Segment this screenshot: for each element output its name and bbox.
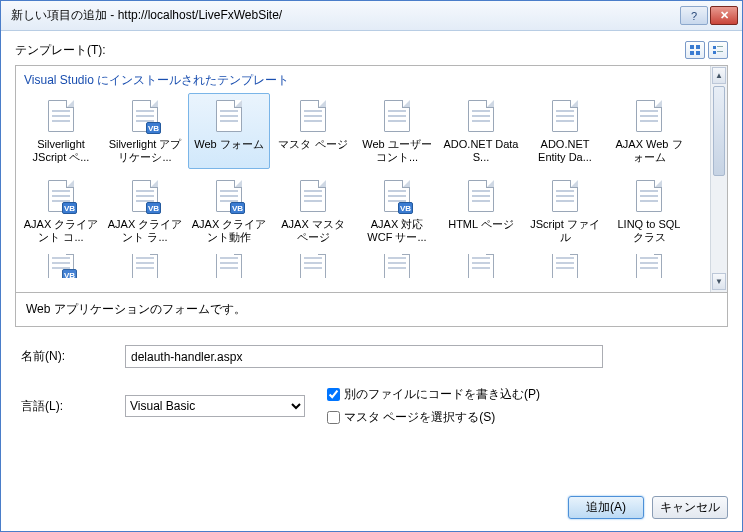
separate-file-checkbox[interactable]	[327, 388, 340, 401]
cancel-button[interactable]: キャンセル	[652, 496, 728, 519]
window-title: 新しい項目の追加 - http://localhost/LiveFxWebSit…	[11, 7, 282, 24]
template-item[interactable]: AJAX マスタ ページ	[272, 173, 354, 249]
svg-rect-7	[717, 51, 723, 52]
template-item[interactable]: Web サービ...	[272, 253, 354, 279]
template-item[interactable]: AJAX Web フォーム	[608, 93, 690, 169]
template-file-icon	[381, 98, 413, 134]
template-file-icon	[549, 253, 581, 279]
template-item-label: AJAX クライアント動作	[191, 218, 267, 244]
template-item-label: マスタ ページ	[275, 138, 351, 151]
template-item-label: AJAX Web フォーム	[611, 138, 687, 164]
view-small-icons-button[interactable]	[708, 41, 728, 59]
scroll-up-button[interactable]: ▲	[712, 67, 726, 84]
add-button[interactable]: 追加(A)	[568, 496, 644, 519]
template-file-icon	[381, 253, 413, 279]
template-file-icon	[465, 253, 497, 279]
template-item[interactable]: Silverlight JScript ペ...	[20, 93, 102, 169]
template-item[interactable]: SQL Server...	[104, 253, 186, 279]
separate-file-checkbox-label[interactable]: 別のファイルにコードを書き込む(P)	[327, 386, 540, 403]
name-label: 名前(N):	[15, 348, 125, 365]
template-file-icon: VB	[129, 178, 161, 214]
template-item[interactable]: VB AJAX 対応 WCF サー...	[356, 173, 438, 249]
template-file-icon	[465, 98, 497, 134]
master-page-checkbox-label[interactable]: マスタ ページを選択する(S)	[327, 409, 540, 426]
template-item-label: Web フォーム	[191, 138, 267, 151]
template-item-label: Silverlight JScript ペ...	[23, 138, 99, 164]
master-page-checkbox[interactable]	[327, 411, 340, 424]
templates-listbox[interactable]: Visual Studio にインストールされたテンプレート Silverlig…	[15, 65, 728, 293]
svg-rect-0	[690, 45, 694, 49]
template-item[interactable]: HTML ページ	[440, 173, 522, 249]
template-item-label: AJAX マスタ ページ	[275, 218, 351, 244]
dialog-window: 新しい項目の追加 - http://localhost/LiveFxWebSit…	[0, 0, 743, 532]
template-item-label: AJAX クライアント コ...	[23, 218, 99, 244]
help-button[interactable]: ?	[680, 6, 708, 25]
template-item-label: Web ユーザー コント...	[359, 138, 435, 164]
template-file-icon	[45, 98, 77, 134]
template-file-icon	[297, 253, 329, 279]
template-item[interactable]: XSLT ファイ...	[608, 253, 690, 279]
template-item[interactable]: XML ファイ...	[524, 253, 606, 279]
template-file-icon	[213, 98, 245, 134]
template-item[interactable]: Web フォーム	[188, 93, 270, 169]
name-input[interactable]	[125, 345, 603, 368]
template-item[interactable]: LINQ to SQL クラス	[608, 173, 690, 249]
template-item-label: JScript ファイル	[527, 218, 603, 244]
close-button[interactable]: ✕	[710, 6, 738, 25]
scroll-thumb[interactable]	[713, 86, 725, 176]
template-file-icon: VB	[45, 178, 77, 214]
templates-scrollbar[interactable]: ▲ ▼	[710, 66, 727, 292]
template-item[interactable]: マスタ ページ	[272, 93, 354, 169]
template-item[interactable]: VB AJAX クライアント コ...	[20, 173, 102, 249]
template-item[interactable]: ADO.NET Entity Da...	[524, 93, 606, 169]
template-file-icon	[633, 253, 665, 279]
template-file-icon	[297, 98, 329, 134]
template-item[interactable]: ADO.NET Data S...	[440, 93, 522, 169]
template-file-icon	[129, 253, 161, 279]
template-description: Web アプリケーションのフォームです。	[15, 293, 728, 327]
svg-rect-6	[713, 51, 716, 54]
template-item-label: ADO.NET Data S...	[443, 138, 519, 164]
template-item-label: ADO.NET Entity Da...	[527, 138, 603, 164]
titlebar[interactable]: 新しい項目の追加 - http://localhost/LiveFxWebSit…	[1, 1, 742, 31]
template-item[interactable]: VB Silverlight アプリケーシ...	[104, 93, 186, 169]
svg-rect-5	[717, 46, 723, 47]
template-file-icon: VB	[213, 178, 245, 214]
template-file-icon: VB	[129, 98, 161, 134]
template-file-icon	[297, 178, 329, 214]
template-item[interactable]: Web ユーザー コント...	[356, 93, 438, 169]
template-file-icon: VB	[381, 178, 413, 214]
scroll-down-button[interactable]: ▼	[712, 273, 726, 290]
template-file-icon	[549, 98, 581, 134]
template-item[interactable]: WCF サービ...	[188, 253, 270, 279]
templates-label: テンプレート(T):	[15, 42, 106, 59]
template-item-label: AJAX クライアント ラ...	[107, 218, 183, 244]
svg-rect-4	[713, 46, 716, 49]
view-large-icons-button[interactable]	[685, 41, 705, 59]
template-file-icon: VB	[45, 253, 77, 279]
template-file-icon	[465, 178, 497, 214]
template-file-icon	[633, 178, 665, 214]
svg-rect-1	[696, 45, 700, 49]
svg-rect-2	[690, 51, 694, 55]
language-label: 言語(L):	[15, 398, 125, 415]
language-select[interactable]: Visual Basic	[125, 395, 305, 417]
template-item-label: HTML ページ	[443, 218, 519, 231]
svg-rect-3	[696, 51, 700, 55]
template-item-label: AJAX 対応 WCF サー...	[359, 218, 435, 244]
template-item-label: LINQ to SQL クラス	[611, 218, 687, 244]
template-item[interactable]: XML スキー...	[440, 253, 522, 279]
template-item[interactable]: Web 構成フ...	[356, 253, 438, 279]
template-item[interactable]: VB Silverlight 対...	[20, 253, 102, 279]
template-item[interactable]: VB AJAX クライアント動作	[188, 173, 270, 249]
template-item[interactable]: VB AJAX クライアント ラ...	[104, 173, 186, 249]
template-item[interactable]: JScript ファイル	[524, 173, 606, 249]
template-file-icon	[633, 98, 665, 134]
template-file-icon	[549, 178, 581, 214]
template-file-icon	[213, 253, 245, 279]
installed-templates-header: Visual Studio にインストールされたテンプレート	[16, 66, 727, 91]
template-item-label: Silverlight アプリケーシ...	[107, 138, 183, 164]
